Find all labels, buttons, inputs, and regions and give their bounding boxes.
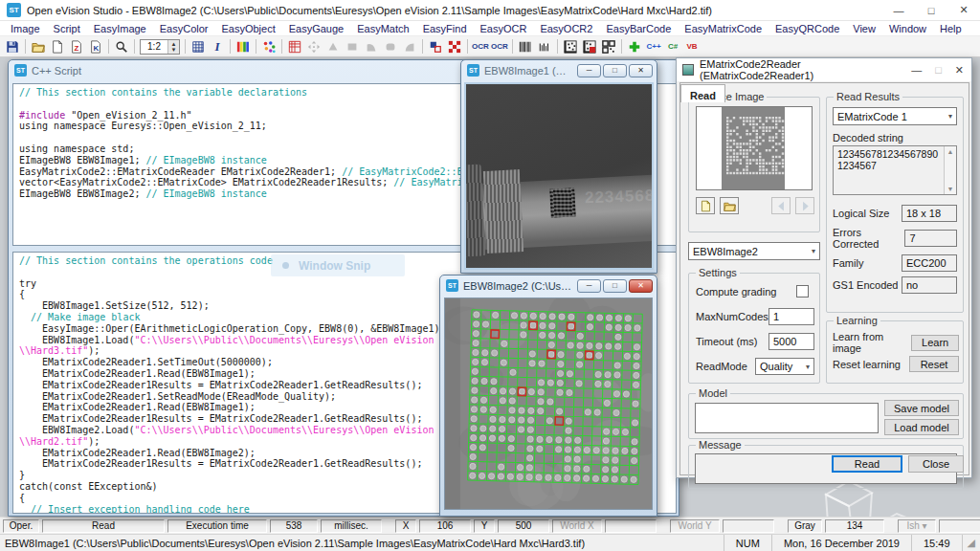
menu-easyfind[interactable]: EasyFind [416,22,474,35]
save-model-button[interactable]: Save model [884,400,959,416]
shape-1-icon[interactable] [324,38,343,55]
ocr-icon[interactable]: OCR [472,38,490,55]
world-y-value [723,519,774,533]
shape-4-icon[interactable] [382,38,400,55]
learn-button[interactable]: Learn [911,335,959,351]
new-image-button[interactable] [696,197,715,214]
image2-close-button[interactable]: ✕ [629,279,653,293]
image1-titlebar[interactable]: ST EBW8Image1 (C:\Users\... ─ □ ✕ [461,60,657,80]
result-field-label: Family [833,257,863,269]
shape-2-icon[interactable] [344,38,362,55]
toolbar-separator [467,39,468,54]
roi-icon[interactable] [286,38,304,55]
readmode-label: ReadMode [696,361,747,372]
readmode-combo[interactable]: Quality▾ [755,358,814,375]
menu-easyocr[interactable]: EasyOCR [474,22,534,35]
menu-image[interactable]: Image [4,22,47,35]
add-script-icon[interactable] [626,38,644,55]
close-button[interactable]: ✕ [947,0,980,21]
image2-minimize-button[interactable]: ─ [577,279,601,293]
read-button[interactable]: Read [832,455,902,473]
minimize-button[interactable]: — [882,0,915,21]
decoded-string-scrollbar[interactable]: ▲▼ [944,146,956,194]
reader-panel-titlebar[interactable]: EMatrixCode2Reader (EMatrixCode2Reader1)… [677,58,971,81]
grid-icon[interactable] [189,38,208,55]
menu-easymatrixcode[interactable]: EasyMatrixCode [678,22,768,35]
qrcode-icon[interactable] [600,38,618,55]
image1-maximize-button[interactable]: □ [603,64,627,77]
cpp-icon[interactable]: C++ [645,38,663,55]
reader-panel-title: EMatrixCode2Reader (EMatrixCode2Reader1) [700,58,905,81]
image-doc-icon[interactable]: Z [68,38,86,55]
shape-5-icon[interactable] [401,38,419,55]
maxnumcodes-input[interactable]: 1 [768,308,814,325]
text-tool-icon[interactable]: I [209,38,227,55]
exec-time-unit: millisec. [321,519,382,533]
menu-easyobject[interactable]: EasyObject [214,22,281,35]
color-bars-icon[interactable] [234,38,253,55]
read-results-label: Read Results [834,91,902,102]
ocr2-icon[interactable]: OCR [491,38,509,55]
image2-maximize-button[interactable]: □ [603,279,627,293]
kernel-doc-icon[interactable]: K [87,38,105,55]
vb-icon[interactable]: VB [683,38,702,55]
menu-window[interactable]: Window [882,22,933,35]
menu-help[interactable]: Help [933,22,969,35]
timeout-input[interactable]: 5000 [768,333,814,350]
color-dots-icon[interactable] [260,38,278,55]
image1-window[interactable]: ST EBW8Image1 (C:\Users\... ─ □ ✕ 223456… [460,59,657,274]
open-image-button[interactable] [720,197,739,214]
find-icon[interactable] [446,38,464,55]
menu-view[interactable]: View [846,22,882,35]
move-icon[interactable] [305,38,323,55]
image2-titlebar[interactable]: ST EBW8Image2 (C:\Users\Pub... ─ □ ✕ [440,276,657,296]
next-image-button[interactable] [795,197,814,214]
barcode-icon[interactable] [517,38,535,55]
menu-easycolor[interactable]: EasyColor [153,22,215,35]
result-field-label: GS1 Encoded [833,279,899,291]
image-select-combo[interactable]: EBW8Image2▾ [688,242,820,260]
y-value: 500 [498,519,549,533]
svg-text:Z: Z [74,43,78,52]
gray-label: Gray [788,519,822,533]
menu-easyimage[interactable]: EasyImage [87,22,153,35]
image1-close-button[interactable]: ✕ [629,64,653,77]
reader-panel[interactable]: EMatrixCode2Reader (EMatrixCode2Reader1)… [676,57,972,478]
toolbar-separator [230,39,231,54]
menu-easybarcode[interactable]: EasyBarCode [599,22,678,35]
match-icon[interactable] [427,38,445,55]
main-status-bar: EBW8Image1 (C:\Users\Public\Documents\Eu… [0,534,980,551]
menu-script[interactable]: Script [47,22,87,35]
menu-easyocr2[interactable]: EasyOCR2 [533,22,599,35]
image1-canvas[interactable]: 2234568 [464,82,654,270]
save-icon[interactable] [4,38,22,55]
new-image-icon[interactable] [49,38,67,55]
panel-close-button[interactable]: ✕ [955,64,964,77]
menu-easymatch[interactable]: EasyMatch [350,22,415,35]
image2-window[interactable]: ST EBW8Image2 (C:\Users\Pub... ─ □ ✕ [439,275,657,517]
load-model-button[interactable]: Load model [884,419,959,435]
model-field[interactable] [695,403,879,433]
compute-grading-checkbox[interactable] [796,285,809,298]
zoom-tool-icon[interactable] [113,38,131,55]
panel-minimize-button[interactable]: — [911,64,922,77]
code-select-combo[interactable]: EMatrixCode 1▾ [833,107,957,125]
csharp-icon[interactable]: C# [664,38,682,55]
matrixcode-grade-icon[interactable] [581,38,599,55]
prev-image-button[interactable] [771,197,791,214]
maximize-button[interactable]: □ [915,0,947,21]
panel-close-action-button[interactable]: Close [908,455,964,473]
open-icon[interactable] [30,38,48,55]
vial-cap [464,165,485,257]
menu-easygauge[interactable]: EasyGauge [282,22,350,35]
image1-minimize-button[interactable]: ─ [577,64,601,77]
matrixcode-icon[interactable] [562,38,580,55]
menu-easyqrcode[interactable]: EasyQRCode [768,22,846,35]
tab-read[interactable]: Read [680,84,725,102]
barcode-small-icon[interactable] [536,38,554,55]
reset-button[interactable]: Reset [909,356,959,372]
image2-canvas[interactable] [444,298,653,510]
shape-3-icon[interactable] [363,38,381,55]
decoded-string-field[interactable]: 1234567812345678901234567 ▲▼ [833,145,957,195]
zoom-ratio-spinner[interactable]: 1:2▲▼ [140,39,180,55]
